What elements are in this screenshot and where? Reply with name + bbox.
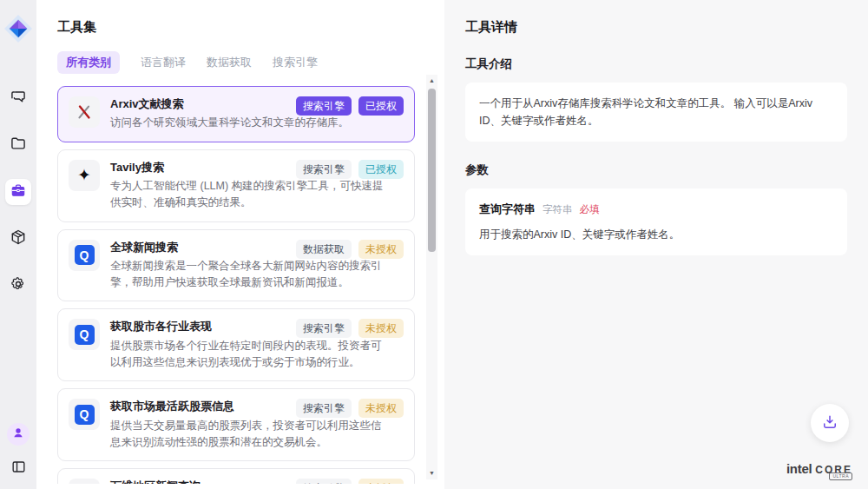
q-blue-icon: Q bbox=[69, 399, 100, 430]
tool-card-arxiv[interactable]: Arxiv文献搜索 访问各个研究领域大量科学论文和文章的存储库。 搜索引擎 已授… bbox=[57, 86, 415, 142]
sidebar-item-settings[interactable] bbox=[5, 273, 31, 299]
collapse-sidebar-button[interactable] bbox=[8, 458, 29, 479]
tool-list-panel: 工具集 所有类别 语言翻译 数据获取 搜索引擎 Arxiv文献搜索 访问各个研究… bbox=[36, 0, 444, 489]
folder-icon bbox=[10, 135, 27, 155]
scrollbar-down-arrow[interactable]: ▼ bbox=[429, 467, 435, 479]
category-badge: 搜索引擎 bbox=[296, 399, 352, 418]
auth-badge: 已授权 bbox=[358, 96, 404, 116]
tab-all-categories[interactable]: 所有类别 bbox=[57, 51, 120, 74]
category-tabs: 所有类别 语言翻译 数据获取 搜索引擎 bbox=[57, 51, 444, 74]
chat-icon bbox=[10, 88, 27, 109]
tab-language-translation[interactable]: 语言翻译 bbox=[141, 51, 186, 74]
param-type: 字符串 bbox=[542, 202, 573, 217]
param-name: 查询字符串 bbox=[479, 201, 536, 219]
tab-search-engine[interactable]: 搜索引擎 bbox=[273, 51, 318, 74]
tool-intro-card: 一个用于从Arxiv存储库搜索科学论文和文章的工具。 输入可以是Arxiv ID… bbox=[465, 83, 847, 142]
sidebar-item-chat[interactable] bbox=[5, 85, 31, 111]
sidebar-item-files[interactable] bbox=[5, 132, 31, 158]
tool-desc: 提供当天交易量最高的股票列表，投资者可以利用这些信息来识别流动性强的股票和潜在的… bbox=[110, 418, 390, 452]
tool-card-sector-performance[interactable]: Q 获取股市各行业表现 提供股票市场各个行业在特定时间段内的表现。投资者可以利用… bbox=[57, 308, 415, 381]
newspaper-icon bbox=[69, 479, 100, 484]
sidebar-bottom bbox=[7, 423, 30, 479]
app-window: 工具集 所有类别 语言翻译 数据获取 搜索引擎 Arxiv文献搜索 访问各个研究… bbox=[0, 0, 868, 489]
tool-cards: Arxiv文献搜索 访问各个研究领域大量科学论文和文章的存储库。 搜索引擎 已授… bbox=[57, 86, 415, 484]
auth-badge: 未授权 bbox=[358, 240, 404, 259]
tool-card-most-active-stocks[interactable]: Q 获取市场最活跃股票信息 提供当天交易量最高的股票列表，投资者可以利用这些信息… bbox=[57, 388, 415, 461]
auth-badge: 已授权 bbox=[358, 160, 404, 179]
detail-title: 工具详情 bbox=[465, 19, 847, 36]
tab-data-acquisition[interactable]: 数据获取 bbox=[207, 51, 252, 74]
tool-detail-panel: 工具详情 工具介绍 一个用于从Arxiv存储库搜索科学论文和文章的工具。 输入可… bbox=[444, 0, 868, 489]
sidebar-item-toolbox[interactable] bbox=[5, 179, 31, 205]
parameter-card: 查询字符串 字符串 必填 用于搜索的Arxiv ID、关键字或作者姓名。 bbox=[465, 188, 847, 255]
scrollbar-up-arrow[interactable]: ▲ bbox=[429, 75, 435, 87]
tool-desc: 提供股票市场各个行业在特定时间段内的表现。投资者可以利用这些信息来识别表现优于或… bbox=[110, 338, 390, 372]
tool-card-global-news[interactable]: Q 全球新闻搜索 全球新闻搜索是一个聚合全球各大新闻网站内容的搜索引擎，帮助用户… bbox=[57, 229, 415, 302]
category-badge: 数据获取 bbox=[296, 240, 352, 259]
cube-icon bbox=[10, 228, 27, 249]
scrollbar-thumb[interactable] bbox=[428, 89, 436, 252]
list-scrollbar[interactable]: ▲ ▼ bbox=[426, 75, 437, 479]
tavily-star-icon: ✦ bbox=[69, 160, 100, 191]
tool-intro-text: 一个用于从Arxiv存储库搜索科学论文和文章的工具。 输入可以是Arxiv ID… bbox=[479, 97, 812, 127]
intro-section-title: 工具介绍 bbox=[465, 56, 847, 72]
category-badge: 搜索引擎 bbox=[296, 479, 352, 484]
auth-badge: 未授权 bbox=[358, 399, 404, 418]
param-desc: 用于搜索的Arxiv ID、关键字或作者姓名。 bbox=[479, 226, 833, 243]
q-blue-icon: Q bbox=[69, 240, 100, 271]
category-badge: 搜索引擎 bbox=[296, 96, 352, 116]
param-required-badge: 必填 bbox=[580, 202, 600, 217]
collapse-panel-icon bbox=[10, 459, 27, 479]
auth-badge: 未授权 bbox=[358, 319, 404, 338]
tool-desc: 访问各个研究领域大量科学论文和文章的存储库。 bbox=[110, 115, 390, 131]
category-badge: 搜索引擎 bbox=[296, 160, 352, 179]
sidebar-item-packages[interactable] bbox=[5, 226, 31, 252]
toolbox-icon bbox=[10, 182, 27, 202]
app-logo bbox=[3, 14, 33, 43]
arxiv-x-icon bbox=[69, 96, 100, 128]
intel-brand-text: intel bbox=[786, 461, 812, 476]
tool-card-regional-news[interactable]: 万维地区新闻查询 查询具体行政区划内的新闻，快速了解各地新闻动 搜索引擎 未授权 bbox=[57, 468, 415, 484]
tool-desc: 全球新闻搜索是一个聚合全球各大新闻网站内容的搜索引擎，帮助用户快速获取全球最新资… bbox=[110, 258, 390, 292]
tool-card-tavily[interactable]: ✦ Tavily搜索 专为人工智能代理 (LLM) 构建的搜索引擎工具，可快速提… bbox=[57, 149, 415, 222]
intel-core-logo: intel CORE ULTRA bbox=[786, 461, 852, 477]
sidebar bbox=[0, 0, 36, 489]
user-avatar-icon bbox=[11, 426, 25, 443]
user-avatar[interactable] bbox=[7, 423, 30, 446]
category-badge: 搜索引擎 bbox=[296, 319, 352, 338]
tool-desc: 专为人工智能代理 (LLM) 构建的搜索引擎工具，可快速提供实时、准确和真实的结… bbox=[110, 178, 390, 212]
q-blue-icon: Q bbox=[69, 319, 100, 350]
download-icon bbox=[821, 413, 838, 433]
sidebar-nav bbox=[5, 85, 31, 299]
page-title: 工具集 bbox=[57, 19, 444, 36]
download-button[interactable] bbox=[811, 404, 849, 442]
ultra-badge: ULTRA bbox=[829, 472, 852, 480]
params-section-title: 参数 bbox=[465, 162, 847, 178]
auth-badge: 未授权 bbox=[358, 479, 404, 484]
gear-icon bbox=[10, 275, 27, 296]
